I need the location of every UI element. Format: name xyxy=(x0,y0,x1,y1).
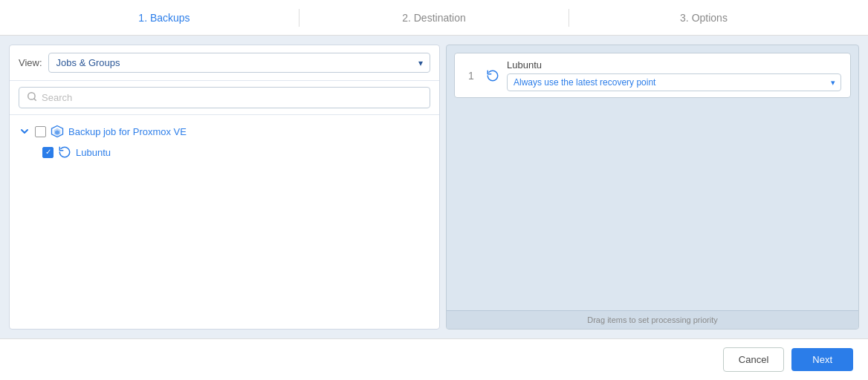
right-panel: 1 Lubuntu Always use the latest recovery… xyxy=(446,45,859,330)
item-name: Lubuntu xyxy=(507,59,841,71)
child-label[interactable]: Lubuntu xyxy=(76,147,111,158)
footer: Cancel Next xyxy=(0,338,868,380)
recovery-icon xyxy=(58,145,71,159)
child-checkbox[interactable] xyxy=(42,147,54,158)
search-wrapper xyxy=(19,87,430,108)
next-button[interactable]: Next xyxy=(791,348,853,371)
item-recovery-select: Always use the latest recovery point xyxy=(507,73,841,91)
drag-hint: Drag items to set processing priority xyxy=(447,310,858,329)
view-label: View: xyxy=(19,57,42,68)
cancel-button[interactable]: Cancel xyxy=(723,347,784,372)
parent-checkbox[interactable] xyxy=(35,126,46,137)
step-destination[interactable]: 2. Destination xyxy=(299,12,569,24)
expand-toggle[interactable] xyxy=(19,127,30,136)
recovery-point-select[interactable]: Always use the latest recovery point xyxy=(507,73,841,91)
search-input[interactable] xyxy=(42,92,422,103)
tree-area: Backup job for Proxmox VE Lubuntu xyxy=(10,115,439,329)
tree-parent-item: Backup job for Proxmox VE xyxy=(10,121,439,142)
proxmox-icon xyxy=(51,125,64,138)
item-recovery-icon xyxy=(486,69,499,82)
item-number: 1 xyxy=(464,70,479,82)
view-select[interactable]: Jobs & GroupsAll Machines xyxy=(48,53,430,73)
item-details: Lubuntu Always use the latest recovery p… xyxy=(507,59,841,91)
wizard-header: 1. Backups 2. Destination 3. Options xyxy=(0,0,868,36)
main-content: View: Jobs & GroupsAll Machines xyxy=(0,36,868,338)
item-icon-area xyxy=(486,69,499,82)
step-backups[interactable]: 1. Backups xyxy=(30,12,299,24)
step-options[interactable]: 3. Options xyxy=(569,12,838,24)
search-row xyxy=(10,81,439,115)
search-icon xyxy=(27,91,37,104)
right-panel-list: 1 Lubuntu Always use the latest recovery… xyxy=(447,45,858,310)
left-panel: View: Jobs & GroupsAll Machines xyxy=(9,45,440,330)
svg-line-1 xyxy=(34,99,36,101)
tree-child-item: Lubuntu xyxy=(10,142,439,163)
list-item: 1 Lubuntu Always use the latest recovery… xyxy=(454,53,851,98)
view-row: View: Jobs & GroupsAll Machines xyxy=(10,45,439,81)
view-select-wrapper: Jobs & GroupsAll Machines xyxy=(48,53,430,73)
parent-label[interactable]: Backup job for Proxmox VE xyxy=(68,126,187,137)
